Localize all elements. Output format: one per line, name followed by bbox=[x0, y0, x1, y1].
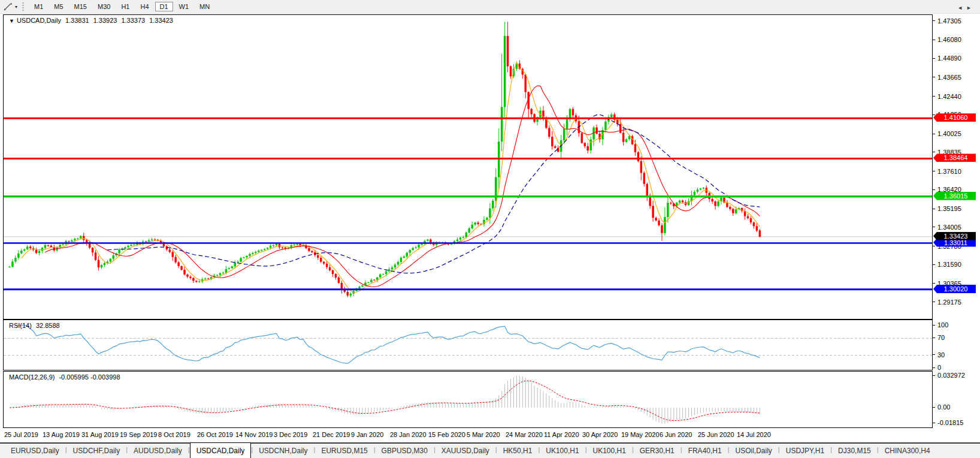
rsi-axis-label: 30 bbox=[937, 351, 945, 358]
price-axis-tick bbox=[933, 171, 935, 171]
rsi-indicator-panel[interactable]: RSI(14)32.8588 bbox=[3, 320, 933, 370]
macd-name: MACD(12,26,9) bbox=[9, 373, 55, 381]
chart-tab-dj30-m15[interactable]: DJ30,M15 bbox=[832, 444, 877, 458]
drawing-tool-button[interactable]: ▾ bbox=[1, 1, 19, 12]
date-axis-label: 21 Dec 2019 bbox=[313, 431, 350, 438]
tab-scroll-right-icon[interactable]: ► bbox=[966, 5, 975, 11]
chart-tab-eurusd-m15[interactable]: EURUSD,M15 bbox=[315, 444, 373, 458]
chart-tab-uk100-h1[interactable]: UK100,H1 bbox=[540, 444, 585, 458]
rsi-axis-label: 100 bbox=[937, 321, 948, 329]
macd-canvas bbox=[4, 372, 932, 427]
price-axis-tick bbox=[933, 58, 935, 59]
chart-tab-hk50-h1[interactable]: HK50,H1 bbox=[497, 444, 539, 458]
chart-tab-audusd-daily[interactable]: AUDUSD,Daily bbox=[128, 444, 188, 458]
price-axis-label: 1.35195 bbox=[937, 205, 961, 212]
macd-indicator-panel[interactable]: MACD(12,26,9)-0.005995 -0.003998 bbox=[3, 371, 933, 428]
price-axis-tick bbox=[933, 209, 935, 209]
date-axis-label: 15 Feb 2020 bbox=[428, 431, 465, 438]
rsi-axis-label: 0 bbox=[937, 364, 941, 371]
timeframe-m15[interactable]: M15 bbox=[69, 2, 92, 11]
price-axis-tick bbox=[933, 77, 935, 77]
price-axis-tick bbox=[933, 302, 935, 302]
chart-tab-fra40-h1[interactable]: FRA40,H1 bbox=[682, 444, 728, 458]
price-axis-label: 1.37610 bbox=[937, 168, 961, 175]
toolbar: ▾ M1M5M15M30H1H4D1W1MN bbox=[0, 0, 980, 14]
timeframe-mn[interactable]: MN bbox=[195, 2, 214, 11]
hline-price-label: 1.38464 bbox=[933, 153, 976, 162]
rsi-label: RSI(14)32.8588 bbox=[9, 322, 64, 329]
chart-tab-uk100-h1[interactable]: UK100,H1 bbox=[587, 444, 632, 458]
timeframe-h1[interactable]: H1 bbox=[116, 2, 134, 11]
macd-axis-label: -0.01815 bbox=[937, 419, 963, 426]
price-axis-tick bbox=[933, 20, 935, 21]
price-axis-tick bbox=[933, 189, 935, 190]
rsi-axis-tick bbox=[933, 354, 935, 355]
timeframe-m30[interactable]: M30 bbox=[93, 2, 115, 11]
chart-tab-xauusd-daily[interactable]: XAUUSD,Daily bbox=[435, 444, 495, 458]
ohlc-high: 1.33923 bbox=[93, 17, 117, 24]
rsi-canvas bbox=[4, 320, 932, 370]
price-axis-column: 1.473051.460801.448901.436651.424401.412… bbox=[933, 0, 980, 458]
mt4-window: ▾ M1M5M15M30H1H4D1W1MN ▼USDCAD,Daily1.33… bbox=[0, 0, 980, 458]
rsi-name: RSI(14) bbox=[9, 322, 32, 329]
ohlc-close: 1.33423 bbox=[149, 17, 173, 24]
timeframe-h4[interactable]: H4 bbox=[135, 2, 153, 11]
price-axis-tick bbox=[933, 115, 935, 115]
timeframe-m1[interactable]: M1 bbox=[29, 2, 48, 11]
date-axis-label: 26 Oct 2019 bbox=[197, 431, 233, 438]
chart-tab-usoil-daily[interactable]: USOil,Daily bbox=[730, 444, 778, 458]
timeframe-d1[interactable]: D1 bbox=[155, 2, 173, 11]
chart-tab-usdcad-daily[interactable]: USDCAD,Daily bbox=[190, 442, 252, 458]
timeframe-m5[interactable]: M5 bbox=[49, 2, 68, 11]
chart-tab-gbpusd-m30[interactable]: GBPUSD,M30 bbox=[376, 444, 434, 458]
collapse-arrow-icon[interactable]: ▼ bbox=[9, 18, 14, 24]
price-axis-tick bbox=[933, 227, 935, 227]
date-axis-label: 8 Oct 2019 bbox=[158, 431, 190, 438]
macd-axis-label: 0.00 bbox=[937, 403, 950, 411]
rsi-value: 32.8588 bbox=[36, 322, 60, 329]
chevron-down-icon: ▾ bbox=[15, 4, 17, 10]
timeframe-w1[interactable]: W1 bbox=[174, 2, 194, 11]
macd-values: -0.005995 -0.003998 bbox=[59, 373, 120, 381]
date-axis-label: 13 Aug 2019 bbox=[43, 431, 80, 438]
date-axis-label: 31 Aug 2019 bbox=[81, 431, 119, 438]
timeframe-button-group: M1M5M15M30H1H4D1W1MN bbox=[29, 2, 215, 11]
chart-tab-eurusd-daily[interactable]: EURUSD,Daily bbox=[5, 444, 65, 458]
chart-tab-ger30-h1[interactable]: GER30,H1 bbox=[634, 444, 680, 458]
price-chart-canvas bbox=[4, 15, 932, 319]
rsi-axis-tick bbox=[933, 367, 935, 368]
hline-price-label: 1.30020 bbox=[933, 285, 976, 293]
chart-tab-usdjpy-h1[interactable]: USDJPY,H1 bbox=[780, 444, 830, 458]
date-axis-label: 11 Apr 2020 bbox=[544, 431, 579, 438]
price-axis-label: 1.43665 bbox=[937, 74, 961, 81]
price-axis-label: 1.31590 bbox=[937, 261, 961, 268]
toolbar-grip[interactable] bbox=[22, 2, 24, 11]
date-axis-label: 19 May 2020 bbox=[621, 431, 660, 438]
macd-axis-tick bbox=[933, 423, 935, 423]
price-axis-tick bbox=[933, 246, 935, 246]
ohlc-open: 1.33831 bbox=[65, 17, 89, 24]
date-axis-label: 25 Jul 2019 bbox=[4, 431, 38, 438]
chart-title: ▼USDCAD,Daily1.338311.339231.333731.3342… bbox=[9, 17, 177, 24]
chart-tab-bar: EURUSD,Daily|USDCHF,Daily|AUDUSD,Daily|U… bbox=[0, 442, 980, 458]
price-chart-panel[interactable]: ▼USDCAD,Daily1.338311.339231.333731.3342… bbox=[3, 14, 933, 320]
tab-scroll-arrows: ◄► bbox=[957, 5, 975, 11]
rsi-axis-label: 70 bbox=[937, 334, 945, 341]
date-axis: 25 Jul 201913 Aug 201931 Aug 201919 Sep … bbox=[0, 428, 933, 442]
drawing-tool-icon bbox=[2, 2, 13, 11]
date-axis-label: 9 Jan 2020 bbox=[351, 431, 383, 438]
chart-symbol-period: USDCAD,Daily bbox=[17, 17, 61, 24]
chart-tab-usdchf-daily[interactable]: USDCHF,Daily bbox=[67, 444, 126, 458]
chart-tab-usdcnh-daily[interactable]: USDCNH,Daily bbox=[253, 444, 313, 458]
ohlc-low: 1.33373 bbox=[121, 17, 145, 24]
date-axis-label: 19 Sep 2019 bbox=[120, 431, 157, 438]
price-axis-label: 1.44890 bbox=[937, 55, 961, 62]
date-axis-label: 5 Mar 2020 bbox=[467, 431, 500, 438]
tab-scroll-left-icon[interactable]: ◄ bbox=[957, 5, 966, 11]
price-axis-label: 1.40025 bbox=[937, 130, 961, 137]
price-axis-label: 1.47305 bbox=[937, 17, 961, 25]
bid-price-label: 1.33423 bbox=[933, 232, 976, 240]
date-axis-label: 25 Jun 2020 bbox=[698, 431, 734, 438]
chart-tab-china300-h4[interactable]: CHINA300,H4 bbox=[879, 444, 936, 458]
price-axis-tick bbox=[933, 134, 935, 134]
